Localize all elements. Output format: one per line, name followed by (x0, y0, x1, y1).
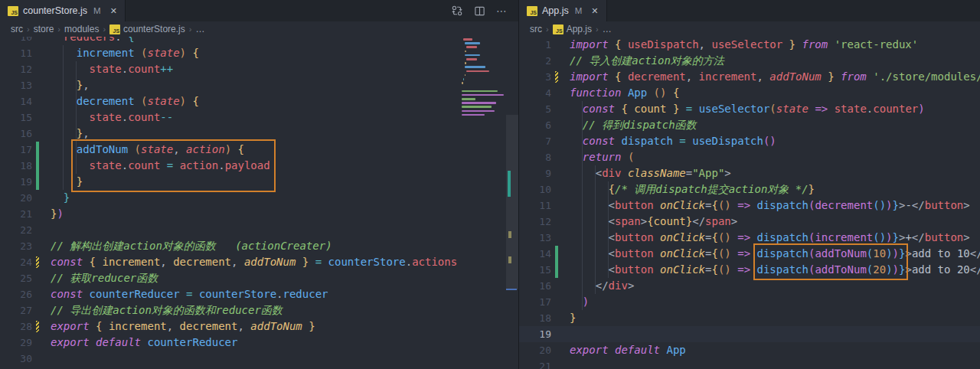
code-editor-right[interactable]: 1import { useDispatch, useSelector } fro… (519, 37, 980, 369)
code-line[interactable]: 11 increment (state) { (0, 45, 518, 61)
line-number[interactable]: 26 (0, 286, 32, 302)
breadcrumb-item[interactable]: modules (64, 24, 99, 34)
line-number[interactable]: 12 (0, 61, 32, 77)
line-number[interactable]: 9 (519, 165, 551, 181)
code-line[interactable]: 24const { increment, decrement, addToNum… (0, 254, 518, 270)
line-number[interactable]: 13 (519, 230, 551, 246)
code-line[interactable]: 1import { useDispatch, useSelector } fro… (519, 37, 980, 53)
close-icon[interactable]: ✕ (591, 6, 598, 16)
code-line[interactable]: 28export { increment, decrement, addToNu… (0, 318, 518, 335)
line-number[interactable]: 17 (0, 142, 32, 158)
line-number[interactable]: 14 (0, 93, 32, 109)
line-number[interactable]: 21 (519, 358, 551, 369)
line-number[interactable]: 6 (519, 117, 551, 133)
code-line[interactable]: 30 (0, 351, 518, 367)
line-number[interactable]: 4 (519, 85, 551, 101)
line-number[interactable]: 10 (0, 37, 32, 45)
line-number[interactable]: 20 (519, 342, 551, 358)
line-number[interactable]: 13 (0, 77, 32, 93)
minimap[interactable] (460, 37, 506, 369)
line-number[interactable]: 24 (0, 254, 32, 270)
line-number[interactable]: 2 (519, 53, 551, 69)
code-line[interactable]: 17 ) (519, 294, 980, 310)
code-line[interactable]: 13 <button onClick={() => dispatch(incre… (519, 230, 980, 246)
line-number[interactable]: 11 (0, 45, 32, 61)
code-line[interactable]: 10 reducers: { (0, 37, 518, 45)
line-number[interactable]: 1 (519, 37, 551, 53)
line-number[interactable]: 15 (519, 262, 551, 278)
code-line[interactable]: 14 <button onClick={() => dispatch(addTo… (519, 246, 980, 262)
more-actions-icon[interactable]: ⋯ (496, 5, 508, 16)
code-line[interactable]: 7 const dispatch = useDispatch() (519, 133, 980, 149)
line-number[interactable]: 15 (0, 109, 32, 126)
line-number[interactable]: 22 (0, 222, 32, 238)
code-line[interactable]: 22 (0, 222, 518, 238)
code-line[interactable]: 29export default counterReducer (0, 335, 518, 351)
line-number[interactable]: 7 (519, 133, 551, 149)
line-number[interactable]: 5 (519, 101, 551, 117)
line-number[interactable]: 25 (0, 270, 32, 286)
line-number[interactable]: 8 (519, 149, 551, 165)
code-line[interactable]: 6 // 得到dispatch函数 (519, 117, 980, 133)
code-line[interactable]: 19 (519, 326, 980, 342)
line-number[interactable]: 21 (0, 206, 32, 222)
code-line[interactable]: 14 decrement (state) { (0, 93, 518, 109)
tab-counterstore[interactable]: JS counterStore.js M ✕ (0, 0, 126, 21)
line-number[interactable]: 14 (519, 246, 551, 262)
code-line[interactable]: 8 return ( (519, 149, 980, 165)
code-line[interactable]: 20export default App (519, 342, 980, 358)
code-line[interactable]: 4function App () { (519, 85, 980, 101)
breadcrumb-item[interactable]: store (34, 24, 54, 34)
open-changes-icon[interactable] (451, 5, 463, 17)
close-icon[interactable]: ✕ (110, 6, 117, 16)
code-line[interactable]: 2// 导入创建action对象的方法 (519, 53, 980, 69)
code-line[interactable]: 27// 导出创建action对象的函数和reducer函数 (0, 302, 518, 318)
code-line[interactable]: 11 <button onClick={() => dispatch(decre… (519, 198, 980, 214)
tab-appjs[interactable]: JS App.js M ✕ (519, 0, 607, 21)
code-line[interactable]: 5 const { count } = useSelector(state =>… (519, 101, 980, 117)
code-line[interactable]: 21 (519, 358, 980, 369)
line-number[interactable]: 28 (0, 318, 32, 335)
code-line[interactable]: 3import { decrement, increment, addToNum… (519, 69, 980, 85)
line-number[interactable]: 29 (0, 335, 32, 351)
line-number[interactable]: 17 (519, 294, 551, 310)
line-number[interactable]: 23 (0, 238, 32, 254)
code-line[interactable]: 26const counterReducer = counterStore.re… (0, 286, 518, 302)
line-number[interactable]: 20 (0, 190, 32, 206)
line-number[interactable]: 10 (519, 181, 551, 198)
breadcrumb-item[interactable]: JSApp.js (553, 24, 592, 34)
code-line[interactable]: 25// 获取reducer函数 (0, 270, 518, 286)
code-line[interactable]: 20 } (0, 190, 518, 206)
line-number[interactable]: 16 (519, 278, 551, 294)
breadcrumb-item[interactable]: … (195, 24, 204, 34)
breadcrumb-item[interactable]: JScounterStore.js (109, 24, 185, 34)
code-line[interactable]: 23// 解构出创建action对象的函数 (actionCreater) (0, 238, 518, 254)
scrollbar[interactable] (506, 37, 518, 369)
breadcrumb-item[interactable]: src (530, 24, 542, 34)
line-number[interactable]: 18 (519, 310, 551, 326)
code-line[interactable]: 10 {/* 调用dispatch提交action对象 */} (519, 181, 980, 198)
line-number[interactable]: 3 (519, 69, 551, 85)
line-number[interactable]: 18 (0, 158, 32, 174)
breadcrumb-item[interactable]: src (11, 24, 23, 34)
code-line[interactable]: 9 <div className="App"> (519, 165, 980, 181)
code-line[interactable]: 15 <button onClick={() => dispatch(addTo… (519, 262, 980, 278)
split-editor-icon[interactable] (474, 5, 485, 17)
line-number[interactable]: 19 (0, 174, 32, 190)
line-number[interactable]: 16 (0, 126, 32, 142)
line-number[interactable]: 19 (519, 326, 551, 342)
line-number[interactable]: 27 (0, 302, 32, 318)
code-line[interactable]: 13 }, (0, 77, 518, 93)
code-line[interactable]: 21}) (0, 206, 518, 222)
line-number[interactable]: 11 (519, 198, 551, 214)
breadcrumb-item[interactable]: … (603, 24, 612, 34)
minimap-line (463, 78, 464, 80)
code-line[interactable]: 16 </div> (519, 278, 980, 294)
code-line[interactable]: 18} (519, 310, 980, 326)
line-number[interactable]: 12 (519, 214, 551, 230)
code-line[interactable]: 15 state.count-- (0, 109, 518, 126)
code-line[interactable]: 12 state.count++ (0, 61, 518, 77)
line-number[interactable]: 30 (0, 351, 32, 367)
code-editor-left[interactable]: 10 reducers: {11 increment (state) {12 s… (0, 37, 518, 369)
code-line[interactable]: 12 <span>{count}</span> (519, 214, 980, 230)
